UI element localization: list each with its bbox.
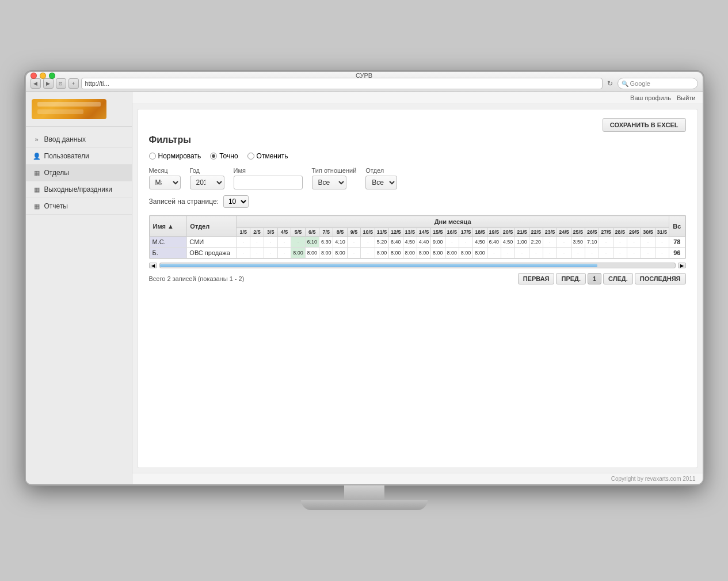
logo xyxy=(32,99,106,119)
radio-exact-circle xyxy=(210,153,217,160)
day-cell-0-7: 4:10 xyxy=(333,237,347,248)
day-header-10-5: 10/5 xyxy=(361,228,375,237)
pagination: ПЕРВАЯ ПРЕД. 1 СЛЕД. ПОСЛЕДНЯЯ xyxy=(518,273,686,284)
day-header-18-5: 18/5 xyxy=(473,228,487,237)
dept-select[interactable]: Все xyxy=(365,176,397,189)
profile-link[interactable]: Ваш профиль xyxy=(630,94,671,101)
month-label: Месяц xyxy=(149,167,181,174)
screen: СУРВ ◀ ▶ ⊡ + http://ti... ↻ 🔍 Google xyxy=(25,71,704,485)
close-button[interactable] xyxy=(31,73,37,79)
day-cell-1-0: · xyxy=(237,248,250,259)
col-header-total: Вс xyxy=(669,216,685,237)
radio-normalize-label: Нормировать xyxy=(158,152,201,160)
day-cell-1-29: · xyxy=(641,248,655,259)
main-content: Ваш профиль Выйти СОХРАНИТЬ В EXCEL Филь… xyxy=(132,92,703,484)
day-cell-0-21: 2:20 xyxy=(529,237,543,248)
day-header-25-5: 25/5 xyxy=(571,228,585,237)
last-page-button[interactable]: ПОСЛЕДНЯЯ xyxy=(635,273,686,284)
stand-base xyxy=(301,500,428,510)
day-header-15-5: 15/5 xyxy=(431,228,445,237)
day-cell-1-18: · xyxy=(487,248,501,259)
day-cell-1-15: 8:00 xyxy=(445,248,459,259)
day-cell-0-25: 7:10 xyxy=(585,237,599,248)
dept-select-wrapper: Все xyxy=(365,176,397,189)
radio-exact[interactable]: Точно xyxy=(210,152,238,160)
reload-button[interactable]: ↻ xyxy=(605,78,615,89)
name-input[interactable] xyxy=(234,176,303,189)
sidebar: » Ввод данных 👤 Пользователи ▦ Отделы xyxy=(26,92,132,484)
search-bar[interactable]: 🔍 Google xyxy=(618,78,698,89)
day-header-31-5: 31/5 xyxy=(655,228,669,237)
browser-chrome: СУРВ ◀ ▶ ⊡ + http://ti... ↻ 🔍 Google xyxy=(26,72,703,92)
browser-title: СУРВ xyxy=(356,72,372,79)
day-cell-1-8: · xyxy=(347,248,361,259)
scroll-right-button[interactable]: ▶ xyxy=(678,263,686,268)
year-label: Год xyxy=(190,167,224,174)
relation-label: Тип отношений xyxy=(312,167,357,174)
first-page-button[interactable]: ПЕРВАЯ xyxy=(518,273,555,284)
prev-page-button[interactable]: ПРЕД. xyxy=(556,273,585,284)
day-cell-0-2: · xyxy=(264,237,277,248)
new-tab-button[interactable]: + xyxy=(68,78,79,89)
day-cell-1-27: · xyxy=(613,248,627,259)
sidebar-item-reports[interactable]: ▦ Отчеты xyxy=(26,198,132,215)
day-header-23-5: 23/5 xyxy=(543,228,557,237)
day-cell-0-14: 9:00 xyxy=(431,237,445,248)
name-label: Имя xyxy=(234,167,303,174)
day-cell-0-8: · xyxy=(347,237,361,248)
forward-button[interactable]: ▶ xyxy=(43,78,54,89)
day-header-19-5: 19/5 xyxy=(487,228,501,237)
day-cell-0-20: 1:00 xyxy=(515,237,529,248)
table-row: Б.ОВС продажа····8:008:008:008:00··8:008… xyxy=(150,248,685,259)
maximize-button[interactable] xyxy=(49,73,55,79)
day-header-12-5: 12/5 xyxy=(389,228,403,237)
day-header-27-5: 27/5 xyxy=(599,228,613,237)
relation-select[interactable]: Все xyxy=(312,176,346,189)
day-cell-1-22: · xyxy=(543,248,557,259)
radio-cancel-label: Отменить xyxy=(257,152,288,160)
sidebar-item-label-users: Пользователи xyxy=(44,152,89,160)
relation-select-wrapper: Все xyxy=(312,176,357,189)
filter-fields: Месяц Май Год xyxy=(149,167,686,189)
month-select[interactable]: Май xyxy=(149,176,181,189)
day-cell-1-10: 8:00 xyxy=(375,248,388,259)
next-page-button[interactable]: СЛЕД. xyxy=(603,273,633,284)
address-bar[interactable]: http://ti... xyxy=(81,78,603,89)
col-header-dept: Отдел xyxy=(187,216,237,237)
content-area: СОХРАНИТЬ В EXCEL Фильтры Нормировать xyxy=(137,109,698,468)
sidebar-item-users[interactable]: 👤 Пользователи xyxy=(26,148,132,165)
day-cell-1-24: · xyxy=(571,248,585,259)
col-header-name: Имя ▲ xyxy=(150,216,187,237)
month-select-wrapper: Май xyxy=(149,176,181,189)
scrollbar-track[interactable] xyxy=(159,263,676,268)
day-cell-1-1: · xyxy=(250,248,264,259)
name-cell-1: Б. xyxy=(150,248,187,259)
day-cell-1-3: · xyxy=(277,248,291,259)
records-per-page-select[interactable]: 10 25 50 xyxy=(223,195,249,208)
logout-link[interactable]: Выйти xyxy=(677,94,696,101)
day-cell-1-5: 8:00 xyxy=(305,248,319,259)
day-cell-0-30: · xyxy=(655,237,669,248)
day-cell-0-0: · xyxy=(237,237,250,248)
day-cell-1-21: · xyxy=(529,248,543,259)
day-cell-1-9: · xyxy=(361,248,375,259)
save-excel-button[interactable]: СОХРАНИТЬ В EXCEL xyxy=(603,118,686,132)
back-button[interactable]: ◀ xyxy=(31,78,41,89)
day-cell-0-29: · xyxy=(641,237,655,248)
minimize-button[interactable] xyxy=(40,73,46,79)
sidebar-item-holidays[interactable]: ▦ Выходные/праздники xyxy=(26,181,132,198)
filter-month: Месяц Май xyxy=(149,167,181,189)
day-cell-0-28: · xyxy=(627,237,641,248)
url-text: http://ti... xyxy=(85,80,109,87)
current-page-button[interactable]: 1 xyxy=(588,273,601,284)
day-cell-0-12: 4:50 xyxy=(403,237,417,248)
data-table: Имя ▲ Отдел Дни месяца Вс 1/52/53/54/55/… xyxy=(150,215,685,259)
filter-year: Год 2013 xyxy=(190,167,224,189)
scroll-left-button[interactable]: ◀ xyxy=(149,263,157,268)
sidebar-item-data-entry[interactable]: » Ввод данных xyxy=(26,131,132,148)
radio-normalize[interactable]: Нормировать xyxy=(149,152,201,160)
sidebar-item-departments[interactable]: ▦ Отделы xyxy=(26,165,132,181)
radio-cancel[interactable]: Отменить xyxy=(247,152,288,160)
year-select[interactable]: 2013 xyxy=(190,176,224,189)
history-button[interactable]: ⊡ xyxy=(56,78,66,89)
